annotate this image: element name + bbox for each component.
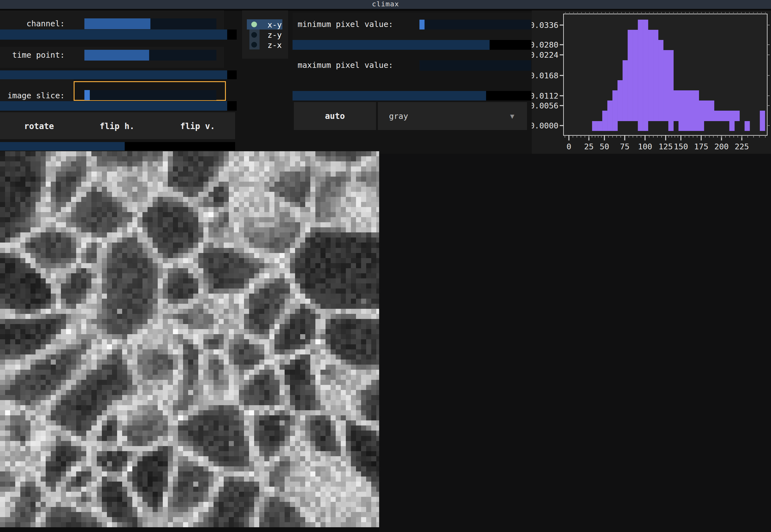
orientation-radio-group: x-y z-y z-x [242, 10, 288, 59]
min-pixel-value-slider-fill [419, 20, 424, 29]
histogram-panel: 0.03360.02800.02240.01680.01120.00560.00… [532, 10, 771, 154]
app-window: climax channel: time point: image slice:… [0, 0, 771, 532]
bottom-range-indicator-fill [0, 142, 125, 151]
min-range-indicator[interactable] [293, 40, 531, 50]
time-point-slider-fill [84, 50, 149, 61]
image-slice-label: image slice: [0, 92, 65, 100]
channel-label: channel: [0, 20, 65, 28]
radio-dot-zy[interactable] [251, 32, 257, 38]
flip-horizontal-button[interactable]: flip h. [100, 122, 134, 130]
image-slice-row: image slice: [0, 79, 74, 101]
svg-text:75: 75 [620, 142, 630, 151]
radio-option-zx[interactable]: z-x [268, 41, 282, 49]
svg-text:100: 100 [638, 142, 652, 151]
radio-dot-zx[interactable] [251, 42, 257, 48]
svg-text:125: 125 [658, 142, 673, 151]
svg-text:0.0224: 0.0224 [532, 50, 558, 60]
time-point-range-indicator[interactable] [0, 70, 237, 79]
max-pixel-value-label: maximum pixel value: [298, 61, 393, 69]
image-slice-range-indicator[interactable] [0, 101, 237, 111]
transform-button-bar: rotate flip h. flip v. [0, 112, 235, 139]
bottom-range-indicator[interactable] [0, 142, 235, 151]
svg-text:0.0168: 0.0168 [532, 71, 558, 80]
window-title: climax [372, 0, 399, 8]
svg-text:25: 25 [584, 142, 594, 151]
max-range-indicator-fill [293, 91, 486, 101]
colormap-dropdown[interactable]: gray ▼ [378, 102, 527, 130]
auto-contrast-button[interactable]: auto [294, 102, 376, 130]
radio-dot-xy[interactable] [251, 22, 257, 27]
channel-slider[interactable] [84, 18, 217, 29]
flip-vertical-button[interactable]: flip v. [180, 122, 215, 130]
time-point-label: time point: [0, 51, 65, 59]
svg-text:0.0000: 0.0000 [532, 121, 558, 130]
svg-text:150: 150 [674, 142, 688, 151]
svg-text:0.0336: 0.0336 [532, 21, 558, 30]
image-viewport[interactable] [0, 151, 379, 527]
empty-canvas-area [379, 154, 771, 532]
svg-text:175: 175 [694, 142, 708, 151]
max-range-indicator[interactable] [293, 91, 531, 101]
image-bottom-margin [0, 527, 379, 532]
channel-range-indicator-fill [0, 29, 227, 40]
time-point-range-indicator-fill [0, 70, 227, 79]
svg-text:0: 0 [566, 142, 571, 151]
max-pixel-value-slider[interactable] [419, 60, 531, 71]
channel-slider-fill [84, 18, 150, 29]
svg-text:225: 225 [735, 142, 749, 151]
rotate-button[interactable]: rotate [24, 122, 54, 130]
min-pixel-value-slider[interactable] [419, 20, 531, 29]
image-slice-slider[interactable] [84, 90, 217, 100]
channel-range-indicator[interactable] [0, 29, 237, 40]
time-point-slider[interactable] [84, 50, 217, 61]
svg-text:0.0112: 0.0112 [532, 91, 558, 101]
svg-text:0.0056: 0.0056 [532, 101, 558, 110]
radio-option-xy[interactable]: x-y [268, 21, 282, 29]
svg-text:200: 200 [714, 142, 729, 151]
svg-text:0.0280: 0.0280 [532, 40, 558, 49]
colormap-value: gray [389, 112, 408, 121]
svg-text:50: 50 [600, 142, 609, 151]
chevron-down-icon: ▼ [510, 112, 514, 120]
min-range-indicator-fill [293, 40, 489, 50]
image-slice-slider-fill [84, 90, 90, 100]
microscopy-image[interactable] [0, 151, 379, 527]
window-titlebar: climax [0, 0, 771, 9]
image-slice-range-indicator-fill [0, 101, 227, 111]
radio-option-zy[interactable]: z-y [268, 31, 282, 39]
min-pixel-value-label: minimum pixel value: [298, 20, 393, 29]
histogram-chart: 0.03360.02800.02240.01680.01120.00560.00… [532, 10, 771, 154]
